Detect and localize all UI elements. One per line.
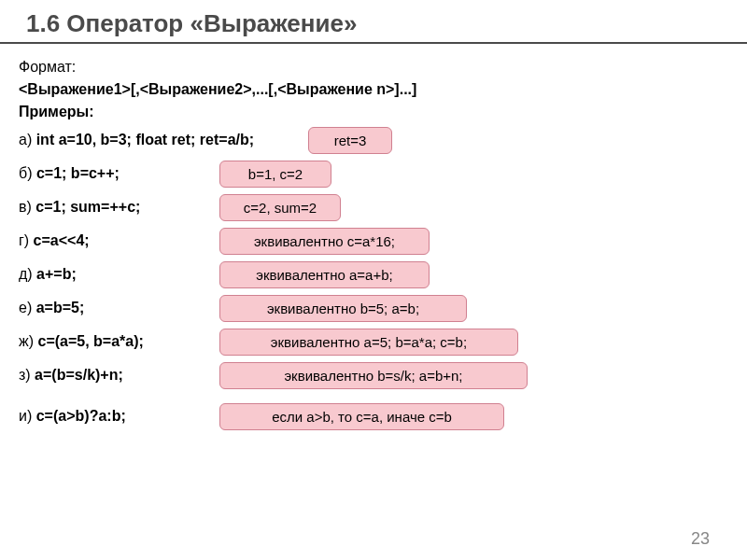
- example-row: г) c=a<<4; эквивалентно c=a*16;: [19, 227, 747, 255]
- example-prefix: в): [19, 199, 35, 215]
- slide-title: 1.6 Оператор «Выражение»: [0, 0, 747, 44]
- example-code-text: a+=b;: [36, 266, 77, 282]
- example-prefix: и): [19, 408, 36, 424]
- format-syntax: <Выражение1>[,<Выражение2>,...[,<Выражен…: [19, 81, 747, 98]
- example-code: в) c=1; sum=++c;: [19, 199, 219, 216]
- result-callout: эквивалентно b=5; a=b;: [219, 295, 467, 322]
- example-code-text: c=(a>b)?a:b;: [36, 408, 126, 424]
- example-prefix: з): [19, 367, 35, 383]
- example-code: е) a=b=5;: [19, 300, 219, 316]
- example-row: б) c=1; b=c++; b=1, c=2: [19, 160, 747, 188]
- page-number: 23: [691, 529, 710, 549]
- example-prefix: а): [19, 132, 36, 147]
- example-prefix: д): [19, 266, 36, 282]
- example-code-text: a=b=5;: [36, 300, 85, 315]
- result-callout: эквивалентно a=5; b=a*a; c=b;: [219, 329, 518, 356]
- example-prefix: б): [19, 165, 36, 181]
- result-callout: ret=3: [308, 127, 392, 154]
- result-callout: эквивалентно b=s/k; a=b+n;: [219, 362, 528, 389]
- result-callout: эквивалентно a=a+b;: [219, 261, 430, 288]
- result-callout: b=1, c=2: [219, 161, 331, 188]
- example-code: д) a+=b;: [19, 266, 219, 283]
- example-row: е) a=b=5; эквивалентно b=5; a=b;: [19, 294, 747, 322]
- example-prefix: е): [19, 300, 36, 315]
- example-code-text: c=1; b=c++;: [36, 165, 120, 181]
- example-code-text: c=(a=5, b=a*a);: [37, 333, 143, 349]
- example-prefix: ж): [19, 333, 37, 349]
- example-code-text: c=1; sum=++c;: [35, 199, 140, 215]
- example-row: в) c=1; sum=++c; c=2, sum=2: [19, 193, 747, 221]
- slide-body: Формат: <Выражение1>[,<Выражение2>,...[,…: [0, 44, 747, 430]
- example-code: и) c=(a>b)?a:b;: [19, 408, 219, 425]
- examples-label: Примеры:: [19, 104, 747, 120]
- example-row: ж) c=(a=5, b=a*a); эквивалентно a=5; b=a…: [19, 328, 747, 356]
- example-code: г) c=a<<4;: [19, 232, 219, 249]
- example-prefix: г): [19, 232, 34, 248]
- example-code-text: c=a<<4;: [34, 232, 90, 248]
- example-code: ж) c=(a=5, b=a*a);: [19, 333, 219, 350]
- example-code: а) int a=10, b=3; float ret; ret=a/b;: [19, 132, 308, 148]
- example-row: и) c=(a>b)?a:b; если a>b, то c=a, иначе …: [19, 402, 747, 430]
- example-code-text: a=(b=s/k)+n;: [35, 367, 123, 383]
- example-row: з) a=(b=s/k)+n; эквивалентно b=s/k; a=b+…: [19, 361, 747, 389]
- example-row: а) int a=10, b=3; float ret; ret=a/b; re…: [19, 126, 747, 154]
- example-code-text: int a=10, b=3; float ret; ret=a/b;: [36, 132, 254, 147]
- format-label: Формат:: [19, 59, 747, 76]
- result-callout: эквивалентно c=a*16;: [219, 228, 430, 255]
- result-callout: если a>b, то c=a, иначе c=b: [219, 403, 504, 430]
- result-callout: c=2, sum=2: [219, 194, 341, 221]
- example-row: д) a+=b; эквивалентно a=a+b;: [19, 260, 747, 288]
- example-code: з) a=(b=s/k)+n;: [19, 367, 219, 384]
- example-code: б) c=1; b=c++;: [19, 165, 219, 182]
